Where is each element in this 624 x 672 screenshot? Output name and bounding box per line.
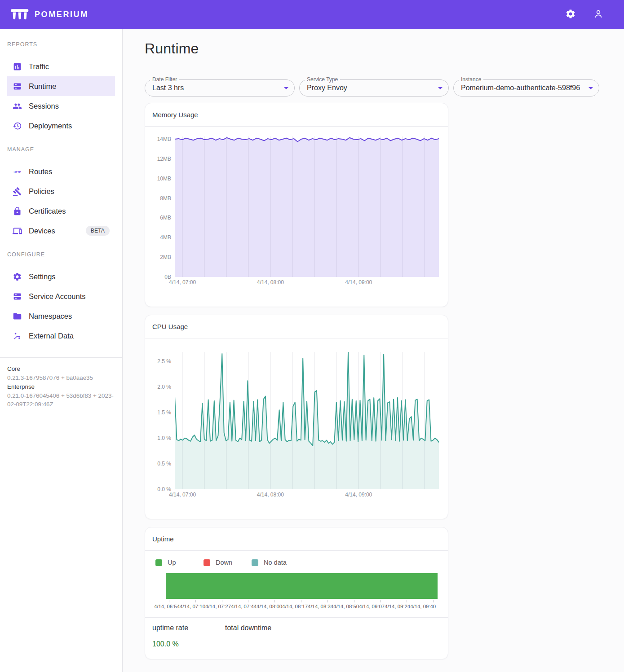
uptime-tick [274, 600, 275, 602]
x-tick-label: 4/14, 08:00 [257, 492, 284, 498]
cpu-usage-chart: 2.5 %2.0 %1.5 %1.0 %0.5 %0.0 % 4/14, 07:… [145, 338, 448, 519]
cpu-usage-title: CPU Usage [145, 315, 448, 338]
sidebar-item-runtime[interactable]: Runtime [7, 76, 115, 96]
main-content: Runtime Date Filter Last 3 hrs Service T… [123, 29, 624, 672]
sidebar-item-label: Routes [29, 167, 52, 176]
enterprise-version-value: 0.21.0-1676045406 + 53d6bf83 + 2023-02-0… [7, 391, 115, 408]
settings-gear-button[interactable] [562, 6, 579, 23]
memory-usage-title: Memory Usage [145, 103, 448, 127]
chevron-down-icon [585, 83, 596, 93]
core-version-value: 0.21.3-1679587076 + ba0aae35 [7, 373, 115, 382]
legend-label: Up [168, 559, 176, 566]
uptime-tick [301, 600, 301, 602]
uptime-rate-value: 100.0 % [152, 640, 225, 648]
sessions-people-icon [13, 101, 22, 111]
y-tick-label: 8MB [160, 195, 171, 202]
legend-swatch [252, 559, 258, 566]
uptime-legend: UpDownNo data [145, 551, 448, 566]
instance-label: Instance [459, 76, 483, 83]
uptime-tick [354, 600, 354, 602]
chevron-down-icon [435, 83, 446, 93]
sidebar-section: MANAGEHTTPRoutesPoliciesCertificatesDevi… [0, 146, 122, 241]
core-version-label: Core [7, 365, 115, 372]
y-tick-label: 1.5 % [157, 409, 171, 416]
y-tick-label: 2.5 % [157, 358, 171, 365]
deployments-history-icon [13, 121, 22, 131]
routes-http-icon: HTTP [13, 167, 22, 176]
traffic-chart-icon [13, 61, 22, 71]
sidebar-item-devices[interactable]: DevicesBETA [7, 221, 115, 241]
sidebar-item-external-data[interactable]: External Data [7, 326, 115, 346]
sidebar-item-deployments[interactable]: Deployments [7, 116, 115, 136]
date-filter-label: Date Filter [150, 76, 179, 83]
memory-y-axis: 14MB12MB10MB8MB6MB4MB2MB0B [149, 136, 175, 277]
x-tick-label: 4/14, 09:00 [345, 492, 372, 498]
sidebar-item-label: Deployments [29, 122, 72, 130]
uptime-x-axis: 4/14, 06:544/14, 07:104/14, 07:274/14, 0… [154, 604, 448, 609]
cpu-x-axis: 4/14, 07:004/14, 08:004/14, 09:00 [175, 490, 439, 501]
service-type-select[interactable]: Service Type Proxy Envoy [299, 79, 449, 97]
y-tick-label: 2MB [160, 254, 171, 260]
sidebar-item-certificates[interactable]: Certificates [7, 201, 115, 221]
sidebar-item-label: Namespaces [29, 312, 72, 321]
uptime-tick [407, 600, 407, 602]
sidebar-nav: REPORTSTrafficRuntimeSessionsDeployments… [0, 41, 122, 346]
chevron-down-icon [281, 83, 292, 93]
settings-gear-icon [13, 272, 22, 281]
y-tick-label: 14MB [157, 136, 171, 142]
app-root: POMERIUM REPORTSTrafficRuntimeSessionsDe… [0, 0, 624, 672]
appbar-actions [562, 6, 607, 23]
legend-swatch [204, 559, 210, 566]
uptime-x-tick-label: 4/14, 09:07 [359, 604, 385, 609]
namespaces-folder-icon [13, 311, 22, 321]
instance-value: Pomerium-demo-authenticate-598f96 [461, 84, 585, 92]
sidebar-item-label: Service Accounts [29, 292, 86, 301]
legend-label: No data [264, 559, 287, 566]
y-tick-label: 6MB [160, 215, 171, 221]
memory-usage-card: Memory Usage 14MB12MB10MB8MB6MB4MB2MB0B … [145, 103, 448, 307]
sidebar-item-settings[interactable]: Settings [7, 267, 115, 286]
date-filter-value: Last 3 hrs [152, 84, 281, 92]
memory-plot-area: 4/14, 07:004/14, 08:004/14, 09:00 [175, 136, 439, 307]
uptime-status-bar [166, 573, 438, 599]
y-tick-label: 1.0 % [157, 435, 171, 441]
filter-row: Date Filter Last 3 hrs Service Type Prox… [145, 79, 624, 97]
sidebar-item-service-accounts[interactable]: Service Accounts [7, 286, 115, 306]
sidebar-item-policies[interactable]: Policies [7, 181, 115, 201]
sidebar-item-label: External Data [29, 332, 74, 340]
y-tick-label: 2.0 % [157, 384, 171, 390]
sidebar-item-sessions[interactable]: Sessions [7, 96, 115, 116]
page-title: Runtime [145, 40, 624, 57]
sidebar-item-traffic[interactable]: Traffic [7, 57, 115, 76]
brand-name: POMERIUM [35, 10, 89, 19]
account-button[interactable] [590, 6, 607, 23]
uptime-title: Uptime [145, 527, 448, 551]
uptime-tick [169, 600, 169, 602]
cpu-area-chart [175, 352, 439, 489]
total-downtime-value [225, 640, 441, 648]
policies-gavel-icon [13, 186, 22, 196]
uptime-x-tick-label: 4/14, 07:44 [231, 604, 257, 609]
sidebar-item-namespaces[interactable]: Namespaces [7, 306, 115, 326]
y-tick-label: 10MB [157, 176, 171, 182]
uptime-x-tick-label: 4/14, 07:27 [205, 604, 231, 609]
sidebar-item-label: Certificates [29, 207, 66, 215]
total-downtime-label: total downtime [225, 624, 441, 632]
svg-text:HTTP: HTTP [14, 170, 21, 173]
cpu-usage-card: CPU Usage 2.5 %2.0 %1.5 %1.0 %0.5 %0.0 %… [145, 315, 448, 519]
uptime-tick [222, 600, 222, 602]
service-type-label: Service Type [305, 76, 340, 83]
instance-select[interactable]: Instance Pomerium-demo-authenticate-598f… [453, 79, 599, 97]
uptime-tick [380, 600, 381, 602]
date-filter-select[interactable]: Date Filter Last 3 hrs [145, 79, 295, 97]
uptime-x-tick-label: 4/14, 08:34 [308, 604, 333, 609]
sidebar-section-title: REPORTS [7, 41, 115, 48]
sidebar-item-label: Settings [29, 272, 56, 281]
sidebar-item-label: Traffic [29, 62, 49, 71]
sidebar-section-title: MANAGE [7, 146, 115, 153]
sidebar-item-routes[interactable]: HTTPRoutes [7, 162, 115, 181]
uptime-x-tick-label: 4/14, 07:10 [180, 604, 205, 609]
uptime-x-tick-label: 4/14, 08:50 [333, 604, 359, 609]
uptime-x-tick-label: 4/14, 09:24 [385, 604, 410, 609]
uptime-x-tick-label: 4/14, 08:00 [257, 604, 282, 609]
